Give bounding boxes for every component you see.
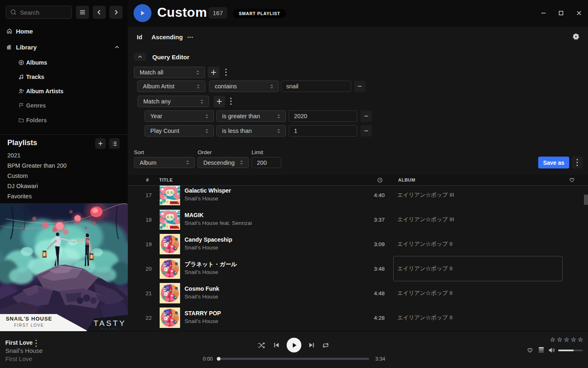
svg-text:TASTY: TASTY	[94, 319, 126, 328]
svg-text:FIRST LOVE: FIRST LOVE	[14, 323, 44, 328]
svg-text:SNAIL'S HOUSE: SNAIL'S HOUSE	[6, 316, 52, 322]
svg-text:BST.MMXI: BST.MMXI	[100, 328, 119, 330]
